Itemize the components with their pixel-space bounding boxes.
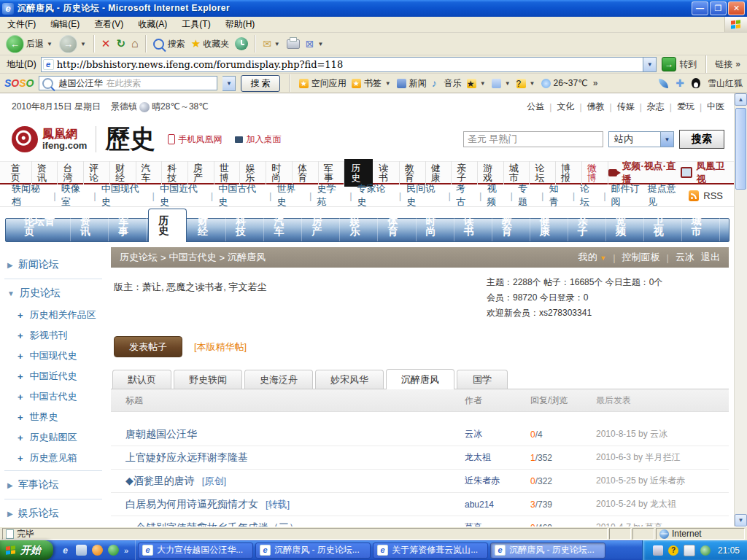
forum-nav-item[interactable]: 宽频: [606, 211, 644, 241]
main-nav-item[interactable]: 论坛: [530, 161, 556, 184]
thread-author-link[interactable]: 云冰: [465, 429, 482, 439]
sub-nav-item[interactable]: 论坛: [580, 182, 598, 209]
scroll-up-icon[interactable]: ▲: [735, 93, 747, 106]
sidebar-section[interactable]: ▶新闻论坛: [4, 253, 102, 276]
go-button[interactable]: →转到: [657, 57, 702, 71]
taskbar-window-button[interactable]: e沉醉唐风 - 历史论坛...: [255, 542, 371, 559]
forum-tab[interactable]: 国学: [457, 370, 508, 389]
mail-dropdown-icon[interactable]: ▼: [274, 41, 280, 47]
messenger-icon[interactable]: [108, 545, 119, 556]
edit-button[interactable]: ⊠: [303, 36, 317, 51]
qq-penguin-icon[interactable]: [692, 78, 700, 88]
sub-nav-item[interactable]: 专题: [518, 182, 536, 209]
thread-title-link[interactable]: 一个错别字使韩愈故乡千年成迷（三）: [125, 521, 299, 527]
menu-item[interactable]: 帮助(H): [218, 18, 263, 31]
forum-nav-item[interactable]: 健康: [530, 211, 568, 241]
thread-title-link[interactable]: 唐朝越国公汪华: [125, 428, 197, 441]
forum-nav-item[interactable]: 论坛首页: [15, 211, 71, 241]
sub-nav-item[interactable]: 史学苑: [317, 182, 345, 209]
main-nav-item[interactable]: 房产: [188, 161, 214, 184]
back-dropdown-icon[interactable]: ▼: [47, 41, 53, 47]
scope-dropdown-icon[interactable]: ▼: [660, 132, 673, 147]
search-button[interactable]: 搜索: [150, 36, 188, 52]
vertical-scrollbar[interactable]: ▲ ▼: [734, 93, 747, 526]
back-button[interactable]: ←后退▼: [3, 34, 56, 55]
forum-nav-item[interactable]: 房产: [302, 211, 340, 241]
main-nav-item[interactable]: 世博: [214, 161, 241, 184]
my-dropdown-icon[interactable]: ▼: [600, 254, 606, 262]
forum-nav-item[interactable]: 城市: [682, 211, 720, 241]
forum-nav-item[interactable]: 读书: [454, 211, 492, 241]
top-link[interactable]: 文化: [557, 101, 574, 113]
print-button[interactable]: [284, 38, 303, 50]
soso-more-chevron-icon[interactable]: »: [593, 78, 598, 88]
sub-nav-item[interactable]: 中国古代史: [218, 182, 264, 209]
qq-add-icon[interactable]: ✚: [676, 77, 684, 89]
main-nav-item[interactable]: 军事: [319, 161, 345, 184]
thread-tag-link[interactable]: [转载]: [266, 498, 290, 511]
maximize-button[interactable]: ❐: [710, 1, 727, 15]
soso-mail-menu[interactable]: ▼: [492, 79, 511, 88]
rss-link[interactable]: RSS: [703, 190, 723, 201]
control-panel-link[interactable]: 控制面板: [622, 251, 660, 264]
tray-volume-icon[interactable]: [700, 545, 711, 556]
menu-item[interactable]: 工具(T): [174, 18, 217, 31]
top-link[interactable]: 杂志: [647, 101, 665, 113]
taskbar-window-button[interactable]: e大力宣传越国公汪华...: [138, 542, 253, 559]
main-nav-item[interactable]: 读书: [374, 161, 400, 184]
address-input[interactable]: e http://bbshistory.news.ifeng.com/forum…: [41, 57, 644, 72]
taskbar-window-button[interactable]: e关于筹资修葺云岚山...: [373, 542, 488, 559]
home-button[interactable]: ⌂: [128, 36, 142, 52]
forum-tab[interactable]: 默认页: [112, 370, 171, 389]
soso-news-button[interactable]: 新闻: [397, 77, 427, 90]
breadcrumb-item[interactable]: 历史论坛: [120, 251, 158, 264]
minimize-button[interactable]: —: [692, 1, 708, 15]
refresh-button[interactable]: ↻: [113, 36, 128, 52]
breadcrumb-item[interactable]: 中国古代史: [169, 251, 217, 264]
site-search-button[interactable]: 搜索: [679, 130, 724, 149]
soso-dropdown-icon[interactable]: ▼: [222, 76, 236, 91]
sub-nav-item[interactable]: 中国现代史: [101, 182, 147, 209]
main-nav-item[interactable]: 游戏: [478, 161, 504, 184]
main-nav-item[interactable]: 亲子: [452, 161, 478, 184]
main-nav-item[interactable]: 博报: [556, 161, 582, 184]
main-nav-item[interactable]: 评论: [84, 161, 110, 184]
history-button[interactable]: [232, 36, 251, 52]
rss-icon[interactable]: [689, 190, 699, 201]
forum-nav-item[interactable]: 教育: [492, 211, 530, 241]
main-nav-item[interactable]: 时尚: [266, 161, 293, 184]
thread-author-link[interactable]: 龙太祖: [465, 452, 491, 462]
forum-nav-item[interactable]: 娱乐: [340, 211, 378, 241]
menu-item[interactable]: 收藏(A): [131, 18, 174, 31]
sub-nav-item[interactable]: 知青: [549, 182, 568, 209]
main-nav-item[interactable]: 教育: [400, 161, 426, 184]
forum-tab[interactable]: 妙宋风华: [315, 370, 384, 389]
forum-tab[interactable]: 沉醉唐风: [386, 369, 454, 389]
thread-author-link[interactable]: abu214: [465, 499, 494, 510]
forum-nav-item[interactable]: 亲子: [568, 211, 606, 241]
ifeng-logo-icon[interactable]: [12, 126, 38, 152]
sidebar-item[interactable]: +历史意见箱: [4, 448, 102, 468]
forum-nav-item[interactable]: 科技: [226, 211, 264, 241]
forum-nav-item[interactable]: 财经: [188, 211, 226, 241]
quicklaunch-ie-icon[interactable]: e: [60, 545, 71, 556]
start-button[interactable]: 开始: [0, 540, 53, 560]
tray-help-icon[interactable]: ?: [668, 545, 678, 556]
menu-item[interactable]: 文件(F): [0, 18, 43, 31]
username-link[interactable]: 云冰: [676, 251, 694, 264]
soso-apps-button[interactable]: ★空间应用: [299, 77, 347, 90]
feedback-link[interactable]: 提点意见: [648, 182, 684, 209]
qq-wing-icon[interactable]: [659, 79, 668, 88]
soso-music-button[interactable]: ♪音乐: [432, 77, 462, 90]
thread-title-link[interactable]: ◆酒瓮里的唐诗: [125, 475, 195, 488]
soso-search-button[interactable]: 搜 索: [241, 75, 279, 92]
sub-nav-item[interactable]: 考古: [456, 182, 474, 209]
mobile-site-link[interactable]: 手机凤凰网: [168, 133, 222, 146]
ifeng-logo-text[interactable]: 鳳凰網 ifeng.com: [42, 128, 87, 150]
forward-dropdown-icon[interactable]: ▼: [80, 41, 86, 47]
main-nav-item[interactable]: 财经: [110, 161, 136, 184]
top-link[interactable]: 传媒: [617, 101, 635, 113]
weather-widget[interactable]: 26~37℃: [541, 78, 588, 88]
thread-title-link[interactable]: 上官婕妤应永远拜谢李隆基: [125, 451, 248, 464]
sidebar-section[interactable]: ▼历史论坛: [4, 281, 102, 305]
